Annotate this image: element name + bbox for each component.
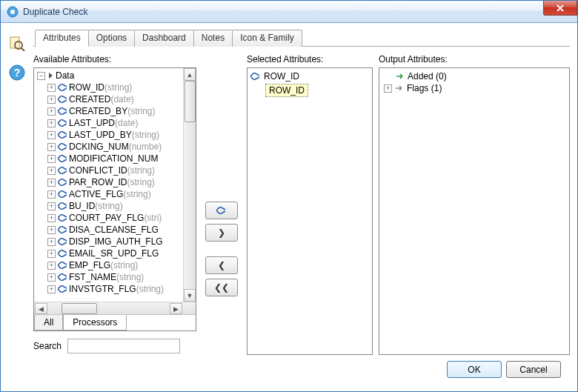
tree-item[interactable]: +FST_NAME (string) [37, 271, 182, 283]
ok-button[interactable]: OK [447, 361, 502, 378]
tree-item-label: MODIFICATION_NUM [69, 153, 158, 165]
attribute-icon [58, 131, 67, 139]
tab-dashboard[interactable]: Dashboard [134, 30, 194, 47]
scroll-left-icon[interactable]: ◀ [35, 303, 47, 314]
search-input[interactable] [67, 339, 180, 353]
expand-icon[interactable]: + [47, 273, 56, 282]
attribute-icon [250, 73, 259, 80]
expand-icon[interactable]: + [47, 155, 56, 163]
horizontal-scrollbar[interactable]: ◀ ▶ [34, 302, 196, 314]
tree-item[interactable]: +MODIFICATION_NUM [37, 153, 182, 165]
available-panel: −Data+ROW_ID (string)+CREATED (date)+CRE… [33, 67, 196, 331]
hscroll-thumb[interactable] [62, 303, 97, 314]
scroll-up-icon[interactable]: ▲ [184, 68, 196, 81]
tab-notes[interactable]: Notes [193, 30, 233, 47]
tab-content: Available Attributes: −Data+ROW_ID (stri… [33, 47, 570, 355]
expand-icon[interactable]: + [47, 226, 56, 234]
output-group-added[interactable]: Added (0) [384, 70, 565, 82]
tree-item[interactable]: +LAST_UPD (date) [37, 117, 182, 129]
tree-item-label: COURT_PAY_FLG [69, 212, 144, 224]
collapse-icon[interactable]: − [37, 72, 45, 80]
available-tree[interactable]: −Data+ROW_ID (string)+CREATED (date)+CRE… [34, 68, 183, 302]
available-bottom-tabs: All Processors [34, 314, 196, 330]
tree-item[interactable]: +COURT_PAY_FLG (stri) [37, 212, 182, 224]
attribute-icon [58, 214, 67, 222]
expand-icon[interactable]: + [47, 167, 56, 175]
available-column: Available Attributes: −Data+ROW_ID (stri… [33, 54, 196, 355]
available-label: Available Attributes: [33, 54, 196, 64]
tree-item[interactable]: +CONFLICT_ID (string) [37, 165, 182, 176]
tree-root[interactable]: −Data [37, 70, 182, 82]
dialog-body: ? Attributes Options Dashboard Notes Ico… [1, 23, 577, 391]
expand-icon[interactable]: + [47, 107, 56, 116]
expand-icon[interactable]: + [47, 285, 56, 293]
expand-icon[interactable]: + [47, 84, 56, 92]
move-right-button[interactable]: ❯ [205, 224, 238, 242]
tree-item[interactable]: +CREATED_BY (string) [37, 105, 182, 117]
attribute-icon [58, 285, 67, 293]
attribute-icon [58, 84, 67, 91]
cancel-button[interactable]: Cancel [506, 361, 561, 378]
expand-icon[interactable]: + [47, 190, 56, 199]
scroll-thumb[interactable] [185, 81, 196, 122]
app-icon [7, 6, 19, 18]
selected-item-label: ROW_ID [264, 71, 299, 82]
tab-options[interactable]: Options [88, 30, 135, 47]
tree-item-label: CONFLICT_ID [69, 165, 127, 176]
expand-icon[interactable]: + [47, 119, 56, 127]
output-group-flags[interactable]: + Flags (1) [384, 82, 565, 94]
attribute-icon [58, 250, 67, 257]
scroll-down-icon[interactable]: ▼ [184, 289, 196, 302]
attribute-icon [58, 155, 67, 162]
scroll-right-icon[interactable]: ▶ [170, 303, 182, 314]
tree-item[interactable]: +INVSTGTR_FLG (string) [37, 283, 182, 295]
expand-icon[interactable]: + [47, 179, 56, 187]
tree-item[interactable]: +ROW_ID (string) [37, 82, 182, 93]
tab-attributes[interactable]: Attributes [35, 30, 89, 47]
expand-icon[interactable]: + [47, 214, 56, 222]
expand-icon[interactable]: + [47, 131, 56, 139]
add-button[interactable] [205, 202, 238, 219]
preview-icon[interactable] [9, 35, 25, 51]
selected-column: Selected Attributes: ROW_ID ROW_ID [247, 54, 373, 355]
selected-panel[interactable]: ROW_ID ROW_ID [247, 67, 373, 355]
bottom-tab-processors[interactable]: Processors [63, 315, 127, 330]
tree-item-label: PAR_ROW_ID [69, 176, 127, 188]
move-all-left-button[interactable]: ❮❮ [205, 279, 238, 296]
tree-item-label: EMP_FLG [69, 259, 110, 271]
attribute-icon [58, 167, 67, 174]
expand-icon[interactable]: + [47, 262, 56, 270]
output-group-label: Added (0) [408, 71, 447, 82]
expand-icon[interactable]: + [47, 238, 56, 246]
tree-item-label: BU_ID [69, 200, 95, 212]
bottom-tab-all[interactable]: All [34, 315, 63, 330]
tree-item[interactable]: +ACTIVE_FLG (string) [37, 188, 182, 200]
tree-item-label: DISA_CLEANSE_FLG [69, 224, 159, 236]
expand-icon[interactable]: + [47, 143, 56, 151]
search-row: Search [33, 339, 196, 353]
tree-item[interactable]: +EMP_FLG (string) [37, 259, 182, 271]
help-icon[interactable]: ? [9, 64, 25, 81]
tree-item[interactable]: +EMAIL_SR_UPD_FLG [37, 248, 182, 259]
expand-icon[interactable]: + [384, 84, 392, 93]
selected-item[interactable]: ROW_ID [250, 70, 369, 82]
close-button[interactable] [543, 1, 577, 16]
expand-icon[interactable]: + [47, 202, 56, 210]
attribute-icon [216, 207, 225, 214]
tree-item[interactable]: +CREATED (date) [37, 93, 182, 105]
output-panel[interactable]: Added (0) + Flags (1) [379, 67, 570, 355]
tree-item[interactable]: +PAR_ROW_ID (string) [37, 176, 182, 188]
expand-icon[interactable]: + [47, 96, 56, 104]
expand-icon[interactable]: + [47, 250, 56, 258]
vertical-scrollbar[interactable]: ▲ ▼ [183, 68, 196, 302]
tree-item[interactable]: +BU_ID (string) [37, 200, 182, 212]
tree-item-label: FST_NAME [69, 271, 116, 283]
svg-text:?: ? [14, 67, 21, 79]
svg-point-1 [10, 10, 15, 14]
move-left-button[interactable]: ❮ [205, 256, 238, 274]
tree-item[interactable]: +DISP_IMG_AUTH_FLG [37, 236, 182, 248]
tree-item[interactable]: +DCKING_NUM (numbe) [37, 141, 182, 153]
tab-icon-family[interactable]: Icon & Family [232, 30, 302, 47]
tree-item[interactable]: +DISA_CLEANSE_FLG [37, 224, 182, 236]
tree-item[interactable]: +LAST_UPD_BY (string) [37, 129, 182, 141]
